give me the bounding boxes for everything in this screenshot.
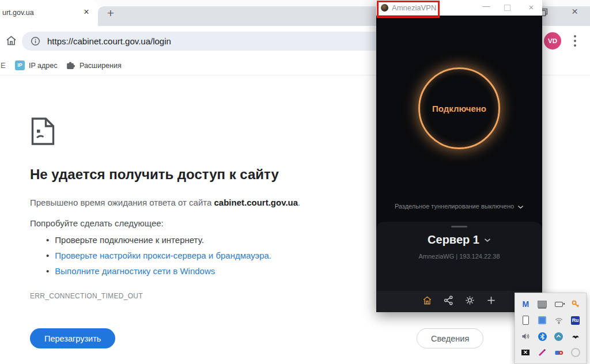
ip-bookmark-icon[interactable]: IP <box>15 60 25 70</box>
bookmark-ip-address[interactable]: IP адрес <box>29 62 57 70</box>
vpn-minimize-icon[interactable]: — <box>481 2 491 10</box>
proxy-settings-link[interactable]: Проверьте настройки прокси-сервера и бра… <box>55 251 271 260</box>
connection-toggle-ring[interactable]: Подключено <box>418 67 500 149</box>
home-icon[interactable] <box>5 34 18 50</box>
vpn-maximize-icon[interactable] <box>504 5 510 11</box>
vpn-add-icon[interactable] <box>486 295 497 308</box>
vpn-home-icon[interactable] <box>422 295 433 308</box>
new-tab-button[interactable]: + <box>104 7 118 21</box>
suggestion-text: Проверьте подключение к интернету. <box>55 235 204 245</box>
server-selector[interactable]: Сервер 1 <box>376 233 542 247</box>
tray-icon-wireless[interactable] <box>551 312 568 328</box>
vpn-titlebar[interactable]: AmneziaVPN — × <box>376 0 542 16</box>
tray-icon-malwarebytes[interactable]: M <box>517 296 534 312</box>
error-message-suffix: . <box>298 198 300 207</box>
desktop-screen: urt.gov.ua × + × https://cabinet.court.g… <box>0 0 590 364</box>
window-close-icon[interactable]: × <box>572 5 578 18</box>
red-annotation-box <box>377 1 440 18</box>
amnezia-vpn-window: AmneziaVPN — × Подключено Раздельное тун… <box>376 0 542 312</box>
error-message: Превышено время ожидания ответа от сайта… <box>30 198 300 207</box>
tray-icon-volume[interactable] <box>517 328 534 344</box>
bookmark-truncated[interactable]: E <box>1 61 6 70</box>
language-glyph: Ru <box>571 316 580 325</box>
bullet-glyph: • <box>46 235 49 245</box>
bullet-glyph: • <box>46 251 49 260</box>
error-title: Не удается получить доступ к сайту <box>30 166 279 183</box>
server-name: Сервер 1 <box>428 233 479 246</box>
split-tunneling-label: Раздельное туннелирование выключено <box>395 203 514 210</box>
vpn-close-icon[interactable]: × <box>526 2 536 12</box>
vpn-body: Подключено Раздельное туннелирование вык… <box>376 16 542 312</box>
details-button[interactable]: Сведения <box>417 328 483 348</box>
suggestion-list: •Проверьте подключение к интернету. •Про… <box>46 232 271 279</box>
tray-icon-inactive-app[interactable] <box>567 344 584 361</box>
bookmark-extensions[interactable]: Расширения <box>80 62 122 70</box>
tray-icon-usb-device[interactable] <box>517 312 534 328</box>
tray-icon-key[interactable] <box>567 296 584 312</box>
tab-close-icon[interactable]: × <box>81 6 92 18</box>
suggestion-intro: Попробуйте сделать следующее: <box>30 218 164 228</box>
suggestion-item: •Выполните диагностику сети в Windows <box>46 263 271 279</box>
suggestion-item: •Проверьте подключение к интернету. <box>46 232 271 248</box>
vpn-settings-icon[interactable] <box>464 295 475 308</box>
network-diagnostics-link[interactable]: Выполните диагностику сети в Windows <box>55 266 215 276</box>
tray-icon-camera[interactable] <box>551 344 568 361</box>
url-text[interactable]: https://cabinet.court.gov.ua/login <box>47 32 171 51</box>
tray-icon-bluetooth[interactable] <box>534 328 551 344</box>
system-tray-popup: M Ru <box>515 293 587 364</box>
error-message-prefix: Превышено время ожидания ответа от сайта <box>30 198 214 207</box>
extensions-puzzle-icon[interactable] <box>66 60 75 73</box>
profile-avatar[interactable]: VD <box>544 32 561 50</box>
tray-icon-blue-app[interactable] <box>534 312 551 328</box>
tray-icon-sync[interactable] <box>551 328 568 344</box>
browser-menu-icon[interactable] <box>574 35 576 49</box>
site-info-icon[interactable] <box>31 36 40 48</box>
error-code: ERR_CONNECTION_TIMED_OUT <box>30 292 143 300</box>
split-tunneling-row[interactable]: Раздельное туннелирование выключено <box>376 203 542 210</box>
tray-icon-pen[interactable] <box>534 344 551 361</box>
sad-file-icon <box>30 117 56 148</box>
vpn-share-icon[interactable] <box>443 295 454 308</box>
suggestion-item: •Проверьте настройки прокси-сервера и бр… <box>46 248 271 263</box>
tray-icon-mail[interactable] <box>517 344 534 361</box>
tab-title: urt.gov.ua <box>2 9 76 17</box>
connection-status: Подключено <box>432 104 486 113</box>
tray-icon-battery[interactable] <box>551 296 568 312</box>
tray-icon-dark-app[interactable] <box>567 328 584 344</box>
malwarebytes-glyph: M <box>523 299 530 309</box>
reload-button[interactable]: Перезагрузить <box>30 328 115 348</box>
error-domain: cabinet.court.gov.ua <box>214 198 298 207</box>
browser-tab[interactable]: urt.gov.ua × <box>0 0 98 26</box>
server-protocol-ip: AmneziaWG | 193.124.22.38 <box>376 253 542 260</box>
panel-drag-handle[interactable] <box>451 226 467 227</box>
bullet-glyph: • <box>46 266 49 276</box>
tray-icon-display[interactable] <box>534 296 551 312</box>
tray-icon-language-ru[interactable]: Ru <box>567 312 584 328</box>
